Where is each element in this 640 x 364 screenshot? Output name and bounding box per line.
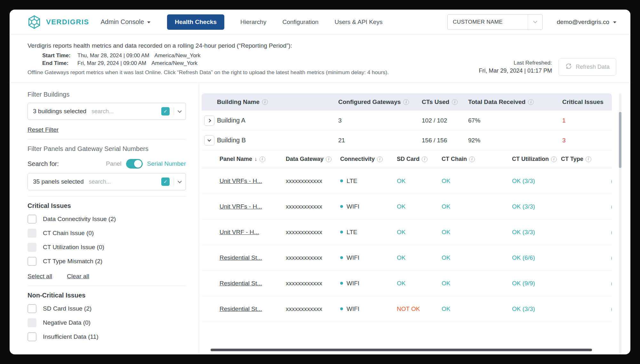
panel-row: Residential St... xxxxxxxxxxxx WIFI OK O… <box>202 245 612 271</box>
collapse-building-b-button[interactable] <box>204 135 214 146</box>
end-time-timezone: America/New_York <box>151 60 197 67</box>
panels-filter-select[interactable]: 35 panels selected search... <box>28 173 186 190</box>
filter-insufficient-data[interactable]: Insufficient Data (11) <box>28 332 186 341</box>
col-connectivity: Connectivity <box>340 156 397 162</box>
sd-card-status: OK <box>397 254 405 261</box>
sd-card-status: OK <box>397 280 405 287</box>
info-icon[interactable] <box>260 156 265 162</box>
refresh-data-button[interactable]: Refresh Data <box>558 58 616 76</box>
connectivity-dot-icon <box>340 231 343 233</box>
info-icon[interactable] <box>551 156 557 162</box>
panels-search-input[interactable]: search... <box>89 178 161 185</box>
filter-ct-utilization-issue[interactable]: CT Utilization Issue (0) <box>28 243 186 252</box>
info-icon[interactable] <box>326 156 332 162</box>
toggle-option-serial-number[interactable]: Serial Number <box>147 160 186 167</box>
panel-name-link[interactable]: Unit VRFs - H... <box>220 178 262 184</box>
building-data-received: 92% <box>468 137 562 144</box>
panels-table-header: Panel Name ↓ Data Gateway Connectivity S… <box>202 150 612 168</box>
vertical-scrollbar-thumb[interactable] <box>619 112 621 168</box>
ct-chain-status: OK <box>442 178 450 184</box>
tab-configuration[interactable]: Configuration <box>282 19 318 26</box>
building-critical-count: 3 <box>562 137 612 144</box>
horizontal-scrollbar-thumb[interactable] <box>211 349 592 351</box>
customer-select-value: CUSTOMER NAME <box>448 19 528 25</box>
filter-ct-chain-issue[interactable]: CT Chain Issue (0) <box>28 229 186 238</box>
tab-hierarchy[interactable]: Hierarchy <box>240 19 266 26</box>
divider <box>28 286 186 286</box>
filter-sd-card-issue[interactable]: SD Card Issue (2) <box>28 304 186 313</box>
panel-name-link[interactable]: Residential St... <box>220 280 262 287</box>
connectivity-dot-icon <box>340 205 343 208</box>
panel-row: Residential St... xxxxxxxxxxxx WIFI NOT … <box>202 296 612 322</box>
panel-gateway-serial: xxxxxxxxxxxx <box>286 229 340 236</box>
panel-name-link[interactable]: Unit VRF - H... <box>220 229 259 235</box>
buildings-search-input[interactable]: search... <box>92 108 161 115</box>
tab-users-api-keys[interactable]: Users & API Keys <box>334 19 382 26</box>
clear-all-link[interactable]: Clear all <box>67 273 89 280</box>
panels-selected-count: 35 panels selected <box>33 178 84 185</box>
checkbox[interactable] <box>28 215 36 224</box>
filter-ct-type-mismatch[interactable]: CT Type Mismatch (2) <box>28 257 186 266</box>
info-icon[interactable] <box>377 156 383 162</box>
vertical-scrollbar-track[interactable] <box>619 93 621 354</box>
building-gateways: 21 <box>338 137 422 144</box>
panel-name-link[interactable]: Unit VRFs - H... <box>220 203 262 210</box>
clipped-next-column-text: ( <box>611 254 612 261</box>
caret-down-icon <box>147 21 150 23</box>
sd-card-status: OK <box>397 229 405 235</box>
start-time-value: Thu, Mar 28, 2024 | 09:00 AM <box>77 52 149 59</box>
checkbox <box>28 243 36 252</box>
col-cts-used: CTs Used <box>422 99 468 106</box>
panels-select-all-checkbox[interactable] <box>161 178 170 186</box>
customer-select[interactable]: CUSTOMER NAME <box>447 14 543 30</box>
reset-filter-link[interactable]: Reset Filter <box>28 126 59 133</box>
expand-building-a-button[interactable] <box>204 115 214 126</box>
info-icon[interactable] <box>262 99 268 105</box>
checkbox[interactable] <box>28 332 36 341</box>
user-email: demo@verdigris.co <box>557 19 609 26</box>
info-icon[interactable] <box>452 99 458 105</box>
toggle-knob <box>134 160 142 168</box>
info-icon[interactable] <box>403 99 409 105</box>
user-menu[interactable]: demo@verdigris.co <box>557 19 616 26</box>
buildings-select-all-checkbox[interactable] <box>161 107 170 115</box>
filter-data-connectivity-issue[interactable]: Data Connectivity Issue (2) <box>28 215 186 224</box>
connectivity-type: WIFI <box>347 254 359 261</box>
col-panel-name: Panel Name ↓ <box>202 156 286 162</box>
panel-name-link[interactable]: Residential St... <box>220 305 262 312</box>
panel-gateway-serial: xxxxxxxxxxxx <box>286 178 340 185</box>
buildings-table-header: Building Name Configured Gateways CTs Us… <box>202 93 612 111</box>
info-icon[interactable] <box>469 156 475 162</box>
divider <box>174 107 174 115</box>
last-refreshed-value: Fri, Mar 29, 2024 | 01:17 PM <box>479 67 552 74</box>
checkbox[interactable] <box>28 304 36 313</box>
building-gateways: 3 <box>338 117 422 124</box>
filter-negative-data[interactable]: Negative Data (0) <box>28 318 186 327</box>
building-row-b: Building B 21 156 / 156 92% 3 <box>202 131 612 150</box>
offline-gateways-note: Offline Gateways report metrics when it … <box>28 69 479 76</box>
panel-gateway-serial: xxxxxxxxxxxx <box>286 254 340 261</box>
clipped-next-column-text: ( <box>611 229 612 236</box>
ct-chain-status: OK <box>442 254 450 261</box>
tab-health-checks[interactable]: Health Checks <box>167 14 224 30</box>
connectivity-type: LTE <box>347 229 357 236</box>
info-icon[interactable] <box>586 156 591 162</box>
toggle-option-panel[interactable]: Panel <box>106 160 122 167</box>
checkbox[interactable] <box>28 257 36 266</box>
panel-serial-toggle[interactable] <box>126 159 143 169</box>
select-all-link[interactable]: Select all <box>28 273 52 280</box>
admin-console-dropdown[interactable]: Admin Console <box>101 18 151 26</box>
end-time-label: End Time: <box>42 60 77 67</box>
info-icon[interactable] <box>422 156 428 162</box>
connectivity-type: LTE <box>347 178 357 185</box>
buildings-filter-select[interactable]: 3 buildings selected search... <box>28 103 186 120</box>
top-nav: VERDIGRIS Admin Console Health Checks Hi… <box>10 10 630 35</box>
sd-card-status: OK <box>397 203 405 210</box>
buildings-table: Building Name Configured Gateways CTs Us… <box>202 93 612 351</box>
search-for-label: Search for: <box>28 160 59 168</box>
sort-descending-icon[interactable]: ↓ <box>254 156 257 162</box>
content: Filter Buildings 3 buildings selected se… <box>10 83 630 354</box>
info-icon[interactable] <box>528 99 534 105</box>
ct-chain-status: OK <box>442 280 450 287</box>
panel-name-link[interactable]: Residential St... <box>220 254 262 261</box>
